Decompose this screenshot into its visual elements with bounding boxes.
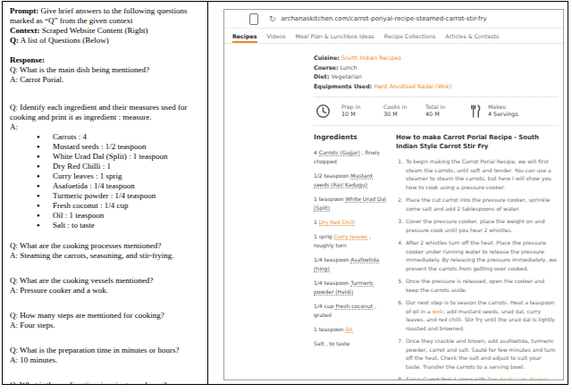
qa-block: Q: What is the cooling time in minutes o… xyxy=(10,380,200,384)
reload-icon[interactable]: ↻ xyxy=(269,15,276,23)
instruction-step: 7. Once they crackle and brown; add asaf… xyxy=(396,337,558,371)
step-number: 4. xyxy=(396,238,403,272)
text-segment: Serve Carrot Porial along with xyxy=(406,376,487,380)
q-text: A list of Questions (Below) xyxy=(19,36,109,45)
bullet-icon xyxy=(37,162,53,171)
time-label: Cooks in xyxy=(383,103,425,111)
ingredient-bullet: Asafoetida : 1/4 teaspoon xyxy=(10,181,200,191)
inline-link[interactable]: Carrots (Gajjar) xyxy=(319,149,360,156)
text-segment: 1 teaspoon xyxy=(314,196,345,202)
url-text[interactable]: archanaskitchen.com/carrot-poriyal-recip… xyxy=(282,15,487,22)
answer-text: A: Four steps. xyxy=(10,321,200,330)
step-text: Place the cut carrot into the pressure c… xyxy=(406,196,558,213)
prompt-label: Prompt: xyxy=(10,6,38,15)
text-segment: To begin making the Carrot Porial Recipe… xyxy=(406,158,551,190)
step-number: 2. xyxy=(396,196,403,213)
browser-screenshot: ↻ archanaskitchen.com/carrot-poriyal-rec… xyxy=(223,9,564,380)
inline-link[interactable]: Oil xyxy=(345,326,352,333)
question-text: Q: What is the cooling time in minutes o… xyxy=(10,380,200,384)
time-stats: Prep in 10 M Cooks in 30 M Total in xyxy=(341,103,467,119)
bullet-text: Asafoetida : 1/4 teaspoon xyxy=(53,181,135,191)
bullet-text: Oil : 1 teaspoon xyxy=(53,211,104,221)
ingredient-item: Salt , to taste xyxy=(314,339,387,348)
question-text: Q: What is the preparation time in minut… xyxy=(10,346,200,355)
time-stat: Prep in 10 M xyxy=(341,103,383,119)
ingredient-bullet-list: Carrots : 4 Mustard seeds : 1/2 teaspoon… xyxy=(10,132,200,230)
inline-link[interactable]: Fresh coconut xyxy=(335,303,373,310)
ingredient-item: 1/4 teaspoon Turmeric powder (Haldi) xyxy=(314,279,387,296)
ingredient-item: 1 Dry Red Chilli xyxy=(314,218,387,227)
ingredient-item: 1/4 teaspoon Asafoetida (hing) xyxy=(314,255,387,273)
prompt-panel: Prompt: Give brief answers to the follow… xyxy=(3,2,208,384)
answer-text: A: xyxy=(10,122,200,132)
figure-container: Prompt: Give brief answers to the follow… xyxy=(2,1,568,385)
prompt-line: Prompt: Give brief answers to the follow… xyxy=(10,6,200,26)
page-icon xyxy=(249,13,258,25)
ingredient-item: 1 teaspoon Oil xyxy=(314,325,387,334)
q-label: Q: xyxy=(10,36,19,45)
recipe-meta: Cuisine: South Indian Recipes Course: Lu… xyxy=(314,46,558,97)
bullet-icon xyxy=(37,132,53,142)
meta-row: Course: Lunch xyxy=(314,63,558,73)
bullet-icon xyxy=(37,201,53,211)
inline-link[interactable]: Curry leaves xyxy=(334,233,368,240)
response-heading: Response: xyxy=(10,55,200,65)
qa-block-main-dish: Q: What is the main dish being mentioned… xyxy=(10,65,200,85)
ingredient-bullet: Oil : 1 teaspoon xyxy=(10,211,200,221)
recipe-content: Cuisine: South Indian Recipes Course: Lu… xyxy=(314,46,558,380)
bullet-text: Dry Red Chilli : 1 xyxy=(53,162,111,171)
time-label: Total in xyxy=(425,103,467,111)
step-number: 8. xyxy=(396,375,403,380)
site-nav: Recipes Videos Meal Plan & Lunchbox Idea… xyxy=(224,29,563,44)
instruction-step: 5. Once the pressure is released, open t… xyxy=(396,277,558,294)
nav-item[interactable]: Videos xyxy=(267,33,286,43)
nav-item[interactable]: Meal Plan & Lunchbox Ideas xyxy=(295,33,374,43)
browser-url-bar[interactable]: ↻ archanaskitchen.com/carrot-poriyal-rec… xyxy=(224,10,563,29)
instruction-step: 8. Serve Carrot Porial along with Tomato… xyxy=(396,375,558,380)
nav-item[interactable]: Articles & Contests xyxy=(445,33,499,43)
step-text: Serve Carrot Porial along with Tomato Ra… xyxy=(406,375,558,380)
makes-label: Makes: xyxy=(488,103,530,111)
text-segment: Once they crackle and brown; add asafoet… xyxy=(406,338,555,370)
bullet-icon xyxy=(37,171,53,181)
ingredient-bullet: Salt : to taste xyxy=(10,221,200,230)
qa-block-list: Q: What are the cooking processes mentio… xyxy=(10,241,200,384)
step-number: 6. xyxy=(396,298,403,332)
text-segment: 4 xyxy=(314,149,319,155)
ingredients-column: Ingredients 4 Carrots (Gajjar) , finely … xyxy=(314,131,387,380)
qa-block-ingredients: Q: Identify each ingredient and their me… xyxy=(10,103,200,230)
nav-item[interactable]: Recipes xyxy=(232,33,257,43)
meta-value: Vegetarian xyxy=(329,73,362,80)
meta-label: Diet: xyxy=(314,73,329,80)
nav-item[interactable]: Recipe Collections xyxy=(384,33,435,43)
answer-text: A: Carrot Porial. xyxy=(10,75,200,85)
text-segment: 1 xyxy=(314,219,319,225)
meta-label: Cuisine: xyxy=(314,54,340,62)
bullet-icon xyxy=(37,142,53,152)
instruction-step: 4. After 2 whistles turn off the heat. P… xyxy=(396,238,558,272)
question-text: Q: What are the cooking vessels mentione… xyxy=(10,276,200,286)
meta-row: Equipments Used: Hard Anodised Kadai (Wo… xyxy=(314,82,558,92)
inline-link[interactable]: Dry Red Chilli xyxy=(319,219,356,226)
text-segment: 1 teaspoon xyxy=(314,326,345,332)
text-segment: 1/2 teaspoon xyxy=(314,172,350,179)
inline-link[interactable]: wok xyxy=(433,308,443,314)
text-segment: Cover the pressure cooker, place the wei… xyxy=(406,218,545,233)
question-text: Q: What are the cooking processes mentio… xyxy=(10,241,200,251)
instruction-step: 1. To begin making the Carrot Porial Rec… xyxy=(396,157,558,191)
instructions-column: How to make Carrot Porial Recipe - South… xyxy=(396,131,558,380)
text-segment: 1/4 teaspoon xyxy=(314,256,350,263)
meta-value[interactable]: Hard Anodised Kadai (Wok) xyxy=(372,83,451,90)
ingredient-item: 1 sprig Curry leaves , roughly torn xyxy=(314,232,387,250)
time-value: 40 M xyxy=(425,111,467,119)
text-segment: Once the pressure is released, open the … xyxy=(406,278,544,293)
time-stat: Cooks in 30 M xyxy=(383,103,425,119)
bullet-icon xyxy=(37,221,53,230)
inline-link[interactable]: Tomato Rasam xyxy=(487,376,526,380)
step-text: Our next step is to season the carrots. … xyxy=(406,298,558,332)
meta-value[interactable]: South Indian Recipes xyxy=(340,54,401,62)
ingredients-title: Ingredients xyxy=(314,133,387,141)
question-text: Q: What is the main dish being mentioned… xyxy=(10,65,200,75)
ingredient-bullet: Fresh coconut : 1/4 cup xyxy=(10,201,200,211)
meta-value: Lunch xyxy=(338,64,357,71)
